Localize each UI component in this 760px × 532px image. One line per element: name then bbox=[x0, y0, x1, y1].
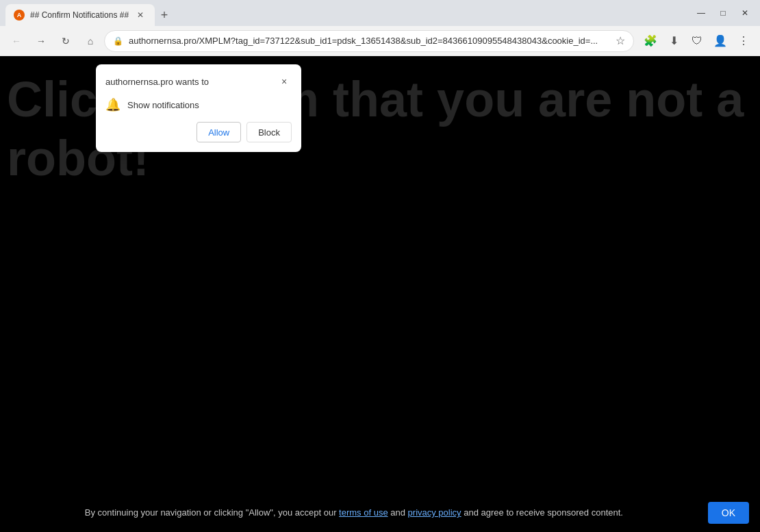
back-button[interactable]: ← bbox=[5, 30, 27, 52]
popup-actions: Allow Block bbox=[96, 122, 301, 152]
new-tab-button[interactable]: + bbox=[155, 5, 174, 25]
menu-icon[interactable]: ⋮ bbox=[733, 30, 755, 52]
notification-popup: authornernsa.pro wants to × 🔔 Show notif… bbox=[96, 64, 301, 152]
ok-button[interactable]: OK bbox=[708, 502, 749, 524]
popup-description: Show notifications bbox=[127, 100, 199, 110]
popup-close-button[interactable]: × bbox=[277, 74, 292, 89]
banner-text: By continuing your navigation or clickin… bbox=[11, 506, 697, 520]
banner-text-after: and agree to receive sponsored content. bbox=[464, 507, 623, 518]
allow-button[interactable]: Allow bbox=[197, 122, 241, 142]
address-bar[interactable]: 🔒 authornernsa.pro/XMPLM?tag_id=737122&s… bbox=[104, 30, 634, 52]
extensions-icon[interactable]: 🧩 bbox=[639, 30, 661, 52]
bookmark-icon[interactable]: ☆ bbox=[616, 34, 625, 47]
close-button[interactable]: ✕ bbox=[735, 3, 755, 23]
minimize-button[interactable]: — bbox=[692, 3, 711, 23]
toolbar: ← → ↻ ⌂ 🔒 authornernsa.pro/XMPLM?tag_id=… bbox=[0, 26, 760, 56]
popup-site-text: authornernsa.pro wants to bbox=[105, 77, 209, 87]
popup-header: authornernsa.pro wants to × bbox=[96, 64, 301, 94]
refresh-button[interactable]: ↻ bbox=[55, 30, 77, 52]
downloads-icon[interactable]: ⬇ bbox=[663, 30, 685, 52]
url-text: authornernsa.pro/XMPLM?tag_id=737122&sub… bbox=[129, 36, 610, 46]
lock-icon: 🔒 bbox=[113, 36, 123, 46]
page-content: Click confirm that you are not a robot! … bbox=[0, 56, 760, 532]
title-bar: A ## Confirm Notifications ## ✕ + — □ ✕ bbox=[0, 0, 760, 26]
tab-bar: A ## Confirm Notifications ## ✕ + bbox=[5, 0, 686, 26]
terms-of-use-link[interactable]: terms of use bbox=[339, 507, 388, 518]
window-controls: — □ ✕ bbox=[692, 3, 755, 23]
forward-button[interactable]: → bbox=[30, 30, 52, 52]
maximize-button[interactable]: □ bbox=[713, 3, 733, 23]
chrome-window: A ## Confirm Notifications ## ✕ + — □ ✕ … bbox=[0, 0, 760, 532]
banner-text-middle: and bbox=[390, 507, 405, 518]
home-button[interactable]: ⌂ bbox=[79, 30, 101, 52]
tab-close-button[interactable]: ✕ bbox=[134, 9, 147, 21]
privacy-policy-link[interactable]: privacy policy bbox=[408, 507, 461, 518]
bottom-banner: By continuing your navigation or clickin… bbox=[0, 494, 760, 532]
tab-favicon: A bbox=[14, 10, 25, 21]
tab-title: ## Confirm Notifications ## bbox=[30, 10, 129, 20]
popup-body: 🔔 Show notifications bbox=[96, 94, 301, 122]
profile-icon[interactable]: 👤 bbox=[709, 30, 731, 52]
bell-icon: 🔔 bbox=[105, 97, 121, 112]
banner-text-before: By continuing your navigation or clickin… bbox=[85, 507, 337, 518]
toolbar-icons: 🧩 ⬇ 🛡 👤 ⋮ bbox=[639, 30, 755, 52]
active-tab[interactable]: A ## Confirm Notifications ## ✕ bbox=[5, 4, 155, 26]
shield-icon[interactable]: 🛡 bbox=[686, 30, 708, 52]
block-button[interactable]: Block bbox=[246, 122, 292, 142]
